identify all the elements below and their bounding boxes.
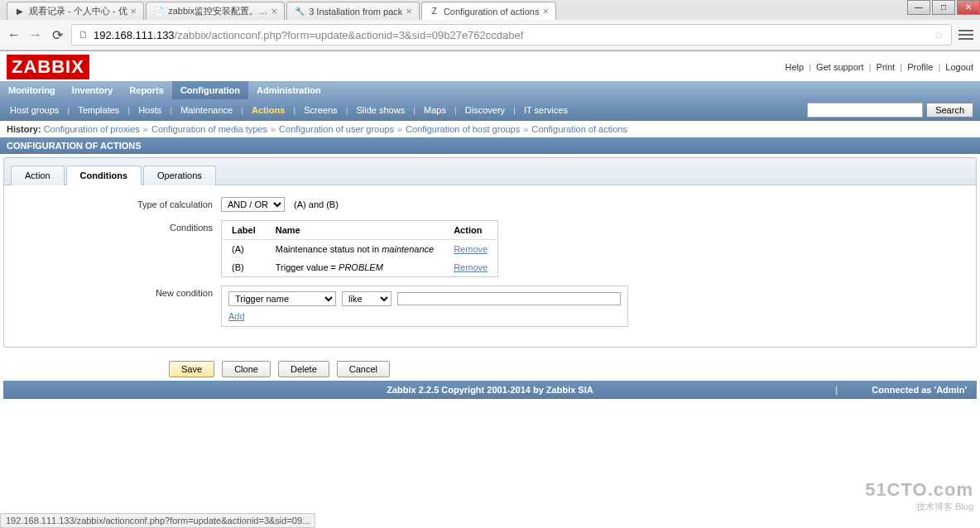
calc-label: Type of calculation	[14, 197, 221, 209]
page-title: CONFIGURATION OF ACTIONS	[0, 137, 980, 154]
maximize-button[interactable]: □	[932, 0, 955, 15]
cancel-button[interactable]: Cancel	[337, 361, 390, 377]
newcond-box: Trigger name like Add	[221, 286, 628, 327]
tab-favicon: ▶	[14, 6, 26, 17]
browser-menu-icon[interactable]	[958, 27, 973, 42]
table-row: (A)Maintenance status not in maintenance…	[222, 240, 498, 259]
form-tab[interactable]: Action	[11, 166, 65, 185]
calc-result: (A) and (B)	[294, 199, 339, 209]
browser-tab[interactable]: 📄zabbix监控安装配置。。。×	[146, 2, 285, 20]
add-condition-link[interactable]: Add	[228, 311, 245, 321]
history-link[interactable]: Configuration of proxies	[44, 124, 140, 134]
profile-link[interactable]: Profile	[907, 62, 933, 72]
main-nav: MonitoringInventoryReportsConfigurationA…	[0, 81, 980, 99]
main-nav-item[interactable]: Monitoring	[0, 81, 64, 99]
tab-title: zabbix监控安装配置。。。	[168, 5, 267, 17]
tab-title: 3 Installation from pack	[309, 7, 402, 17]
logout-link[interactable]: Logout	[945, 62, 973, 72]
browser-tab[interactable]: ZConfiguration of actions×	[421, 2, 556, 20]
connected-as: Connected as 'Admin'	[872, 385, 967, 395]
tab-title: 观看记录 - 个人中心 - 优	[29, 5, 127, 17]
cond-label: (B)	[222, 258, 266, 277]
close-window-button[interactable]: ✕	[957, 0, 980, 15]
tab-favicon: 📄	[153, 6, 165, 17]
sub-nav-item[interactable]: Discovery	[462, 104, 508, 116]
support-link[interactable]: Get support	[816, 62, 863, 72]
cond-name: Maintenance status not in maintenance	[266, 240, 444, 259]
form-body: Type of calculation AND / OR (A) and (B)…	[4, 185, 976, 347]
tab-favicon: Z	[429, 6, 440, 17]
sub-nav-item[interactable]: Screens	[300, 104, 340, 116]
history-link[interactable]: Configuration of host groups	[406, 124, 520, 134]
form-tab[interactable]: Operations	[143, 166, 216, 185]
search-button[interactable]: Search	[926, 103, 973, 118]
back-button[interactable]: ←	[7, 27, 22, 42]
clone-button[interactable]: Clone	[222, 361, 271, 377]
main-nav-item[interactable]: Administration	[248, 81, 329, 99]
newcond-type-select[interactable]: Trigger name	[228, 291, 336, 306]
footer: Zabbix 2.2.5 Copyright 2001-2014 by Zabb…	[3, 381, 977, 399]
sub-nav-item[interactable]: Maps	[420, 104, 449, 116]
newcond-label: New condition	[14, 286, 221, 298]
window-controls: — □ ✕	[906, 0, 980, 15]
search-input[interactable]	[807, 103, 923, 118]
browser-tab[interactable]: ▶观看记录 - 个人中心 - 优×	[7, 2, 144, 20]
newcond-value-input[interactable]	[397, 292, 621, 305]
sub-nav-item[interactable]: Host groups	[7, 104, 62, 116]
remove-link[interactable]: Remove	[454, 244, 488, 254]
tab-close-icon[interactable]: ×	[542, 5, 549, 17]
form-box: ActionConditionsOperations Type of calcu…	[3, 157, 977, 348]
tab-close-icon[interactable]: ×	[131, 5, 137, 17]
history-link[interactable]: Configuration of media types	[151, 124, 267, 134]
sub-nav-item[interactable]: IT services	[521, 104, 571, 116]
print-link[interactable]: Print	[877, 62, 896, 72]
save-button[interactable]: Save	[169, 361, 214, 377]
minimize-button[interactable]: —	[907, 0, 930, 15]
history-link[interactable]: Configuration of actions	[531, 124, 627, 134]
header-bar: ZABBIX Help | Get support | Print | Prof…	[0, 51, 980, 81]
help-link[interactable]: Help	[785, 62, 804, 72]
sub-nav-item[interactable]: Templates	[74, 104, 122, 116]
url-text: 192.168.111.133/zabbix/actionconf.php?fo…	[94, 29, 929, 41]
main-nav-item[interactable]: Reports	[121, 81, 172, 99]
top-links: Help | Get support | Print | Profile | L…	[785, 62, 973, 72]
sub-nav-item[interactable]: Maintenance	[177, 104, 236, 116]
browser-tabs: ▶观看记录 - 个人中心 - 优×📄zabbix监控安装配置。。。×🔧3 Ins…	[0, 0, 980, 20]
copyright: Zabbix 2.2.5 Copyright 2001-2014 by Zabb…	[387, 385, 593, 395]
conditions-table: Label Name Action (A)Maintenance status …	[221, 220, 498, 277]
reload-button[interactable]: ⟳	[50, 27, 65, 42]
remove-link[interactable]: Remove	[454, 262, 488, 272]
breadcrumb: History: Configuration of proxies»Config…	[0, 121, 980, 137]
delete-button[interactable]: Delete	[278, 361, 329, 377]
sub-nav-item[interactable]: Actions	[248, 104, 288, 116]
form-tabs: ActionConditionsOperations	[4, 158, 976, 185]
sub-nav: Host groups|Templates|Hosts|Maintenance|…	[0, 99, 980, 121]
zabbix-logo[interactable]: ZABBIX	[7, 55, 89, 79]
tab-close-icon[interactable]: ×	[406, 5, 412, 17]
main-nav-item[interactable]: Configuration	[172, 81, 248, 99]
sub-nav-item[interactable]: Hosts	[135, 104, 165, 116]
history-label: History:	[7, 124, 41, 134]
tab-close-icon[interactable]: ×	[271, 5, 278, 17]
cond-label: (A)	[222, 240, 266, 259]
tab-title: Configuration of actions	[444, 7, 540, 17]
form-tab[interactable]: Conditions	[66, 166, 142, 185]
page-icon: 🗋	[79, 29, 89, 41]
main-nav-item[interactable]: Inventory	[64, 81, 122, 99]
bookmark-icon[interactable]: ☆	[934, 28, 944, 41]
table-row: (B)Trigger value = PROBLEMRemove	[222, 258, 498, 277]
cond-name: Trigger value = PROBLEM	[266, 258, 444, 277]
address-row: ← → ⟳ 🗋 192.168.111.133/zabbix/actioncon…	[0, 20, 980, 50]
action-buttons: Save Clone Delete Cancel	[3, 358, 977, 381]
history-link[interactable]: Configuration of user groups	[279, 124, 394, 134]
calc-select[interactable]: AND / OR	[221, 197, 285, 212]
forward-button[interactable]: →	[28, 27, 43, 42]
conditions-label: Conditions	[14, 220, 221, 233]
col-name: Name	[266, 221, 444, 240]
newcond-op-select[interactable]: like	[342, 291, 392, 306]
col-label: Label	[222, 221, 266, 240]
col-action: Action	[444, 221, 497, 240]
sub-nav-item[interactable]: Slide shows	[353, 104, 408, 116]
address-bar[interactable]: 🗋 192.168.111.133/zabbix/actionconf.php?…	[71, 24, 952, 46]
browser-tab[interactable]: 🔧3 Installation from pack×	[286, 2, 420, 20]
